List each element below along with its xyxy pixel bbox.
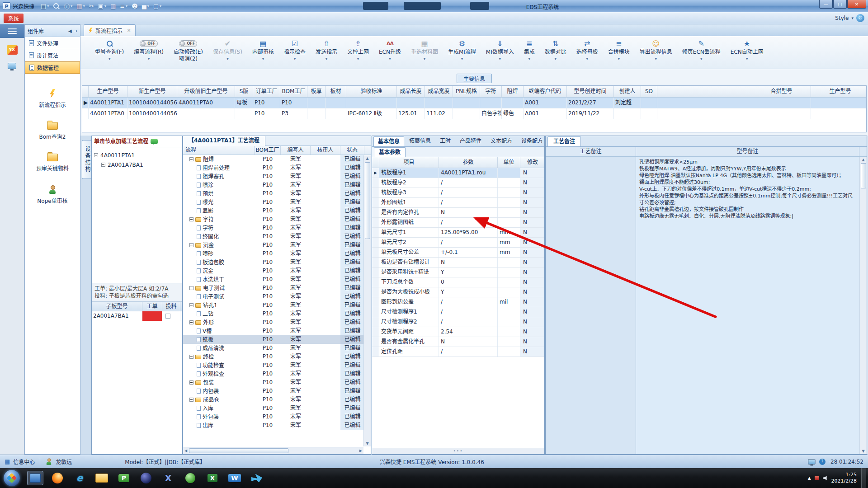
form-icon[interactable]: ▤ ▾ bbox=[41, 3, 49, 9]
forward-icon[interactable]: → bbox=[74, 28, 77, 33]
column-header[interactable]: 核审人 bbox=[311, 146, 340, 155]
process-row[interactable]: 成品仓 P10 宋军 已编辑 bbox=[183, 395, 371, 404]
firefox-icon[interactable] bbox=[49, 471, 66, 485]
grid-column-header[interactable]: 阻焊 bbox=[502, 86, 524, 97]
process-row[interactable]: 字符 P10 宋军 已编辑 bbox=[183, 215, 371, 224]
speaker-icon[interactable] bbox=[823, 476, 827, 480]
process-row[interactable]: 水洗烘干 P10 宋军 已编辑 bbox=[183, 275, 371, 284]
process-row[interactable]: 终检 P10 宋军 已编辑 bbox=[183, 352, 371, 361]
feed-cell[interactable] bbox=[162, 311, 180, 321]
column-header[interactable]: 状态 bbox=[340, 146, 364, 155]
process-remark-tab[interactable]: 工艺备注 bbox=[547, 136, 581, 146]
integrate-button[interactable]: ≣ 集成 ▾ bbox=[521, 38, 538, 62]
param-value-cell[interactable]: / bbox=[439, 307, 498, 317]
expand-icon[interactable] bbox=[189, 217, 193, 221]
dropdown-caret[interactable]: ▾ bbox=[555, 56, 557, 61]
scroll-down-icon[interactable]: ▼ bbox=[862, 449, 864, 453]
grid-column-header[interactable]: 订单工厂 bbox=[253, 86, 280, 97]
grid-column-header[interactable]: 新生产型号 bbox=[127, 86, 177, 97]
grid-column-header[interactable]: S版 bbox=[235, 86, 253, 97]
column-header[interactable]: 参数 bbox=[439, 157, 498, 168]
grid-column-header[interactable]: 合拼型号 bbox=[752, 86, 811, 97]
param-value-cell[interactable]: N bbox=[439, 208, 498, 217]
column-header[interactable]: 编写人 bbox=[281, 146, 311, 155]
column-header[interactable]: 单位 bbox=[498, 157, 520, 168]
expand-icon[interactable] bbox=[189, 286, 193, 290]
grid-column-header[interactable]: 板厚 bbox=[307, 86, 326, 97]
mi-data-import-button[interactable]: ⇓ MI数据导入 ▾ bbox=[483, 38, 517, 62]
grid-column-header[interactable]: 验收标准 bbox=[346, 86, 397, 97]
process-row[interactable]: 钻孔1 P10 宋军 已编辑 bbox=[183, 301, 371, 310]
send-instruction-button[interactable]: ⇧ 发送指示 ▾ bbox=[313, 38, 340, 62]
wps-icon[interactable]: W bbox=[226, 471, 243, 485]
info-tab[interactable]: 产品特性 bbox=[456, 136, 486, 146]
grid-column-header[interactable]: SO bbox=[641, 86, 657, 97]
sidebar-category[interactable]: 文件处理 bbox=[25, 37, 80, 49]
taskbar-clock[interactable]: 1:25 2021/2/28 bbox=[831, 472, 857, 484]
process-row[interactable]: 内包装 P10 宋军 已编辑 bbox=[183, 387, 371, 395]
basic-params-tab[interactable]: 基本参数 bbox=[374, 147, 406, 157]
dropdown-caret[interactable]: ▾ bbox=[108, 56, 111, 61]
cancel-label[interactable]: 取消(2) bbox=[179, 56, 198, 62]
fix-ecn-flow-button[interactable]: ✎ 修页ECN丢流程 ▾ bbox=[679, 38, 723, 62]
menu-icon[interactable]: ≡ ▾ bbox=[120, 3, 127, 9]
horizontal-scrollbar[interactable]: ◀ ▶ bbox=[183, 447, 363, 454]
help-icon[interactable]: ? bbox=[819, 459, 826, 465]
sidebar-category[interactable]: 数据管理 bbox=[25, 61, 80, 74]
process-row[interactable]: 阻焊 P10 宋军 已编辑 bbox=[183, 155, 371, 164]
param-value-cell[interactable]: Y bbox=[439, 267, 498, 277]
scroll-thumb[interactable] bbox=[189, 448, 288, 453]
excel-icon[interactable]: X bbox=[204, 471, 221, 485]
caret-icon[interactable]: ▾ bbox=[147, 4, 149, 8]
tree-node[interactable]: 4A0011PTA1 bbox=[94, 150, 180, 160]
new-flow-tool[interactable]: 新流程指示 bbox=[25, 89, 80, 108]
process-row[interactable]: 预烘 P10 宋军 已编辑 bbox=[183, 189, 371, 198]
process-row[interactable]: 喷涂 P10 宋军 已编辑 bbox=[183, 181, 371, 189]
param-row[interactable]: 铣板程序3 / N bbox=[372, 188, 544, 198]
expand-icon[interactable] bbox=[189, 157, 193, 161]
info-center-icon[interactable]: ▦ bbox=[5, 458, 10, 465]
caret-icon[interactable]: ▾ bbox=[47, 4, 49, 8]
caret-icon[interactable]: ▾ bbox=[104, 4, 106, 8]
tree-node[interactable]: 2A001A7BA1 bbox=[101, 160, 180, 169]
caret-icon[interactable]: ▾ bbox=[71, 4, 72, 8]
caret-icon[interactable]: ▾ bbox=[160, 4, 161, 8]
scroll-left-icon[interactable]: ◀ bbox=[184, 449, 187, 453]
caret-icon[interactable]: ▾ bbox=[126, 4, 127, 8]
param-value-cell[interactable]: 125.00*95.00 bbox=[439, 228, 498, 237]
scroll-right-icon[interactable]: ▶ bbox=[359, 449, 362, 453]
grid-column-header[interactable]: BOM工厂 bbox=[280, 86, 307, 97]
column-header[interactable]: 投料 bbox=[162, 302, 180, 311]
tab-close-icon[interactable]: ✕ bbox=[127, 28, 131, 33]
grid-column-header[interactable] bbox=[82, 86, 89, 97]
grid-column-header[interactable]: 字符 bbox=[480, 86, 502, 97]
dropdown-caret[interactable]: ▾ bbox=[226, 56, 229, 61]
cut-icon[interactable]: ✂ bbox=[89, 3, 94, 9]
process-row[interactable]: 电子测试 P10 宋军 已编辑 bbox=[183, 292, 371, 301]
grid-column-header[interactable]: 终端客户代码 bbox=[524, 86, 567, 97]
process-row[interactable]: 出库 P10 宋军 已编辑 bbox=[183, 421, 371, 430]
process-row[interactable]: 外包装 P10 宋军 已编辑 bbox=[183, 413, 371, 421]
device-structure-tab[interactable]: 设备结构 bbox=[82, 140, 91, 179]
param-value-cell[interactable]: N bbox=[439, 258, 498, 267]
collapse-box-icon[interactable] bbox=[94, 153, 98, 157]
grid-column-header[interactable]: 成品宽度 bbox=[425, 86, 453, 97]
param-row[interactable]: 交货单元间距 2.54 N bbox=[372, 327, 544, 337]
workstation-icon[interactable] bbox=[8, 63, 16, 69]
dropdown-caret[interactable]: ▾ bbox=[148, 56, 150, 61]
column-header[interactable]: BOM工厂 bbox=[255, 146, 281, 155]
green-sphere-app-icon[interactable] bbox=[182, 471, 198, 485]
preaudit-material-tool[interactable]: 预审关键物料 bbox=[25, 154, 80, 172]
param-row[interactable]: 是否有内定位孔 N N bbox=[372, 208, 544, 218]
param-value-cell[interactable]: 0 bbox=[439, 277, 498, 287]
scroll-thumb[interactable] bbox=[861, 163, 866, 188]
param-value-cell[interactable]: +/-0.1 bbox=[439, 248, 498, 257]
x-app-icon[interactable]: X bbox=[160, 471, 176, 485]
param-row[interactable]: ▶ 铣板程序1 4A0011PTA1.rou N bbox=[372, 168, 544, 178]
param-row[interactable]: 外形图纸1 / N bbox=[372, 198, 544, 208]
instruction-check-button[interactable]: ☑ 指示检查 ▾ bbox=[281, 38, 308, 62]
expand-icon[interactable] bbox=[189, 398, 193, 402]
doc-control-upload-button[interactable]: ⇪ 文控上网 ▾ bbox=[344, 38, 372, 62]
grid-column-header[interactable]: PNL规格 bbox=[453, 86, 480, 97]
info-icon[interactable]: ⓘ ▾ bbox=[64, 2, 72, 10]
